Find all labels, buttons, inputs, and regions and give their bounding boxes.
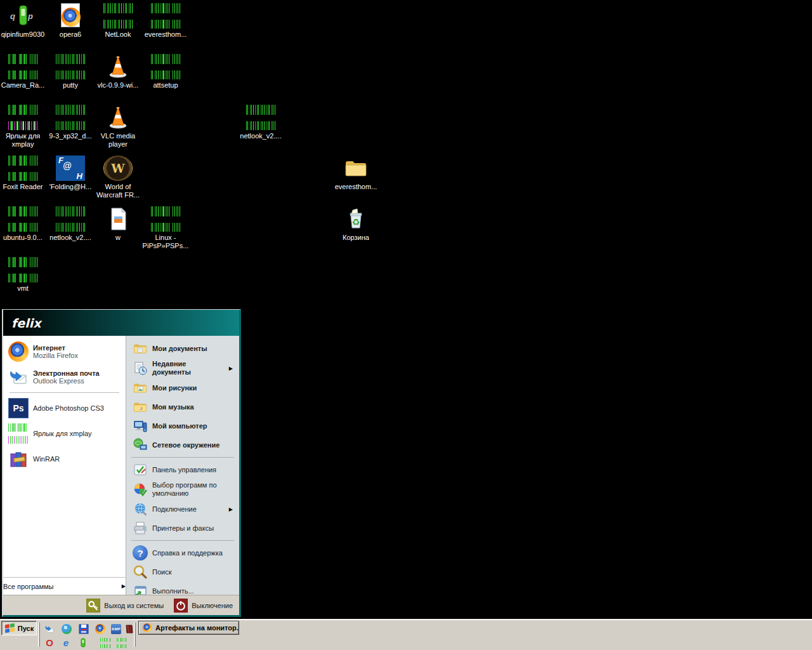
start-menu-item-принтеры-и-факсы[interactable]: Принтеры и факсы [129, 519, 237, 538]
quick-launch-grip[interactable] [38, 623, 40, 647]
control-panel-icon [133, 462, 148, 477]
all-programs-button[interactable]: Все программы▶ [3, 577, 126, 595]
my-documents-icon [133, 341, 148, 356]
desktop-icon-linux-pipsp-psps[interactable]: Linux - PiPsP»PSPs... [141, 206, 190, 250]
quick-launch-qip-small[interactable] [78, 637, 88, 648]
glitch-icon [151, 54, 180, 79]
desktop-icon-label: vlc-0.9.9-wi... [93, 81, 143, 90]
desktop-icon-label: putty [46, 81, 95, 90]
desktop-icon-netlook-v2[interactable]: netlook_v2.... [46, 206, 95, 242]
svg-text:♪: ♪ [140, 405, 143, 411]
start-menu-item-электронная-почта[interactable]: Электронная почтаOutlook Express [3, 364, 126, 390]
desktop-icon-label: w [93, 234, 143, 242]
start-menu-item-моя-музыка[interactable]: ♪Моя музыка [129, 397, 237, 416]
task-button-label: Артефакты на монитор... [155, 624, 239, 632]
start-menu-left-column: ИнтернетMozilla FirefoxЭлектронная почта… [3, 336, 126, 595]
glitch-icon [56, 206, 85, 232]
start-menu-item-интернет[interactable]: ИнтернетMozilla Firefox [3, 339, 126, 364]
desktop-icon-label: Foxit Reader [0, 183, 48, 191]
desktop-icon-putty[interactable]: putty [46, 54, 95, 90]
desktop-icon-9-3-xp32-d[interactable]: 9-3_xp32_d... [46, 105, 95, 140]
start-menu-item-adobe-photoshop-cs3[interactable]: PsAdobe Photoshop CS3 [3, 395, 126, 421]
glitch-icon [151, 3, 180, 29]
desktop-icon-label: 9-3_xp32_d... [46, 132, 95, 140]
network-places-icon [133, 437, 148, 453]
desktop-icon-camera-ra[interactable]: Camera_Ra... [0, 54, 48, 90]
desktop-icon-label: everesthom... [331, 183, 381, 191]
desktop-icon-vlc-media-player[interactable]: VLC media player [93, 105, 143, 149]
desktop-icon-vmt[interactable]: vmt [0, 257, 48, 293]
recycle-icon: ♻ [341, 206, 370, 232]
task-button-artefakty[interactable]: Артефакты на монитор... [138, 621, 239, 635]
glitch-small-icon [100, 638, 110, 648]
desktop-icon-netlook[interactable]: NetLook [93, 3, 143, 39]
desktop-icon-корзина[interactable]: ♻Корзина [331, 206, 381, 242]
quick-launch-internet-explorer[interactable]: e [61, 637, 71, 648]
quick-launch-floppy[interactable] [79, 623, 89, 634]
glitch-pink-icon [8, 105, 37, 130]
quick-launch-red-book[interactable] [124, 623, 134, 634]
desktop-icon-opera6[interactable]: opera6 [46, 3, 95, 39]
desktop-icon-ярлык-для-xmplay[interactable]: Ярлык для xmplay [0, 105, 48, 149]
glitch-icon [246, 105, 275, 130]
connect-icon [133, 501, 148, 517]
desktop-icon-everesthom[interactable]: everesthom... [141, 3, 190, 39]
выключение-button[interactable]: Выключение [174, 599, 233, 613]
desktop-icon-label: netlook_v2.... [46, 234, 95, 242]
start-menu-item-мой-компьютер[interactable]: Мой компьютер [129, 416, 237, 435]
start-menu-item-winrar[interactable]: WinRAR [3, 446, 126, 472]
desktop-icon-world-of-warcraft-fr[interactable]: WWorld of Warcraft FR... [93, 156, 143, 199]
taskbar: Пуск KMPOe Артефакты на монитор... EN « … [0, 619, 812, 650]
start-menu-item-ярлык-для-xmplay[interactable]: Ярлык для xmplay [3, 421, 126, 446]
start-menu-item-поиск[interactable]: Поиск [129, 562, 237, 581]
start-menu-item-недавние-документы[interactable]: Недавние документы▶ [129, 358, 237, 378]
desktop-icon-label: Ярлык для xmplay [0, 132, 48, 149]
start-menu-item-панель-управления[interactable]: Панель управления [129, 460, 237, 479]
desktop-icon-qipinfium9030[interactable]: qpqipinfium9030 [0, 3, 48, 39]
quick-launch-kmplayer[interactable]: KMP [111, 623, 121, 634]
winrar-icon [8, 449, 29, 469]
desktop-icon-w[interactable]: w [93, 206, 143, 242]
desktop-icon-vlc-0-9-9-wi[interactable]: vlc-0.9.9-wi... [93, 54, 143, 90]
desktop-icon-label: VLC media player [93, 132, 143, 149]
start-menu-item-подключение[interactable]: Подключение▶ [129, 500, 237, 519]
windows-flag-icon [4, 624, 15, 633]
quick-launch-internet-globe[interactable] [62, 623, 72, 634]
start-menu-item-мои-документы[interactable]: Мои документы [129, 339, 237, 358]
default-programs-icon [133, 482, 148, 497]
quick-launch-outlook-express[interactable] [44, 623, 55, 634]
desktop-icon-foxit-reader[interactable]: Foxit Reader [0, 156, 48, 191]
start-menu-item-мои-рисунки[interactable]: Мои рисунки [129, 378, 237, 397]
start-menu-footer: Выход из системыВыключение [3, 595, 239, 615]
glitch-small-icon [117, 638, 127, 648]
kmplayer-icon: KMP [111, 624, 121, 634]
quick-launch-glitch-small[interactable] [100, 637, 110, 648]
outlook-express-icon [44, 624, 55, 634]
start-menu-item-выбор-программ-по-умолчанию[interactable]: Выбор программ по умолчанию [129, 479, 237, 500]
start-menu-item-сетевое-окружение[interactable]: Сетевое окружение [129, 435, 237, 454]
my-computer-icon [133, 418, 148, 434]
quick-launch-firefox[interactable] [95, 623, 105, 634]
desktop-icon-everesthom[interactable]: everesthom... [331, 156, 381, 191]
desktop-icon-attsetup[interactable]: attsetup [141, 54, 190, 90]
desktop-icon-folding-h[interactable]: F@H'Folding@H... [46, 156, 95, 191]
start-button[interactable]: Пуск [1, 621, 37, 635]
recent-documents-icon [133, 361, 148, 376]
start-menu-separator [131, 540, 234, 541]
fah-icon: F@H [56, 156, 85, 181]
doc-icon [103, 206, 133, 232]
svg-text:♻: ♻ [352, 217, 360, 227]
desktop-icon-netlook-v2[interactable]: netlook_v2.... [236, 105, 285, 140]
выход-из-системы-button[interactable]: Выход из системы [86, 599, 164, 613]
glitch-icon [103, 3, 133, 29]
outlook-icon [8, 367, 29, 387]
submenu-arrow-icon: ▶ [229, 507, 233, 512]
start-menu-item-справка-и-поддержка[interactable]: ?Справка и поддержка [129, 543, 237, 562]
desktop-icon-ubuntu-9-0[interactable]: ubuntu-9.0... [0, 206, 48, 242]
photoshop-icon: Ps [8, 398, 29, 418]
quick-launch-glitch-small[interactable] [117, 637, 127, 648]
my-music-icon: ♪ [133, 399, 148, 415]
firefox-icon [8, 342, 29, 362]
glitch-icon [8, 54, 37, 79]
quick-launch-opera[interactable]: O [44, 637, 55, 648]
